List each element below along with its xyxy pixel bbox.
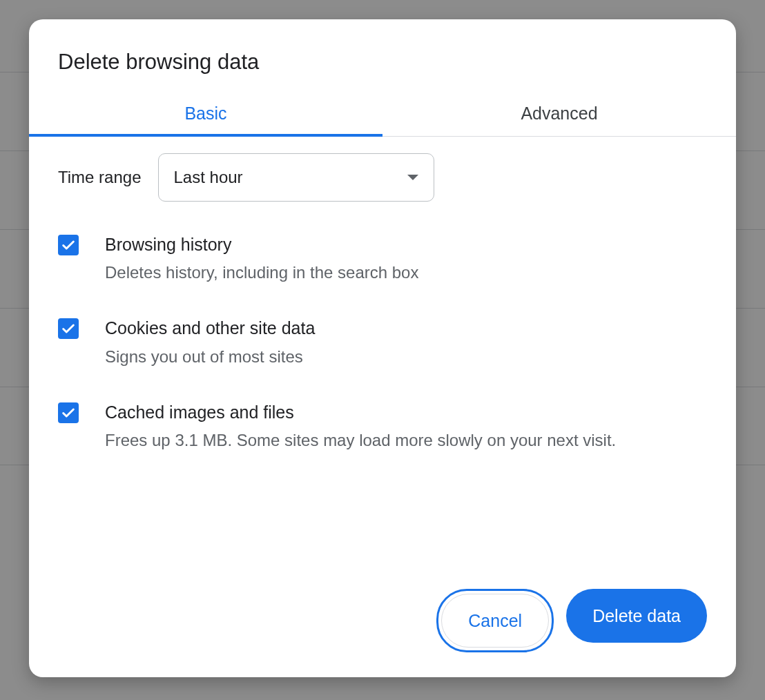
time-range-label: Time range xyxy=(58,168,142,187)
check-icon xyxy=(61,405,76,420)
option-title: Browsing history xyxy=(105,232,418,257)
chevron-down-icon xyxy=(407,175,418,180)
tab-basic[interactable]: Basic xyxy=(29,94,382,136)
option-desc: Signs you out of most sites xyxy=(105,344,315,369)
option-text: Browsing history Deletes history, includ… xyxy=(105,232,418,285)
dialog-content: Time range Last hour Browsing history De… xyxy=(29,137,736,589)
option-title: Cookies and other site data xyxy=(105,315,315,340)
option-title: Cached images and files xyxy=(105,400,616,425)
cancel-focus-ring: Cancel xyxy=(436,589,554,652)
option-cached: Cached images and files Frees up 3.1 MB.… xyxy=(58,400,707,453)
option-browsing-history: Browsing history Deletes history, includ… xyxy=(58,232,707,285)
dialog-tabs: Basic Advanced xyxy=(29,94,736,137)
time-range-row: Time range Last hour xyxy=(58,153,707,202)
option-cookies: Cookies and other site data Signs you ou… xyxy=(58,315,707,369)
tab-advanced[interactable]: Advanced xyxy=(382,94,736,136)
delete-browsing-data-dialog: Delete browsing data Basic Advanced Time… xyxy=(29,19,736,677)
delete-data-button[interactable]: Delete data xyxy=(566,589,707,643)
check-icon xyxy=(61,321,76,336)
option-text: Cached images and files Frees up 3.1 MB.… xyxy=(105,400,616,453)
option-desc: Deletes history, including in the search… xyxy=(105,260,418,285)
checkbox-cookies[interactable] xyxy=(58,318,79,339)
check-icon xyxy=(61,237,76,253)
checkbox-browsing-history[interactable] xyxy=(58,235,79,255)
dialog-footer: Cancel Delete data xyxy=(29,589,736,677)
time-range-select[interactable]: Last hour xyxy=(158,153,434,202)
option-text: Cookies and other site data Signs you ou… xyxy=(105,315,315,369)
option-desc: Frees up 3.1 MB. Some sites may load mor… xyxy=(105,427,616,453)
time-range-selected-value: Last hour xyxy=(174,168,243,187)
checkbox-cached[interactable] xyxy=(58,402,79,423)
dialog-title: Delete browsing data xyxy=(29,19,736,94)
cancel-button[interactable]: Cancel xyxy=(441,594,549,648)
